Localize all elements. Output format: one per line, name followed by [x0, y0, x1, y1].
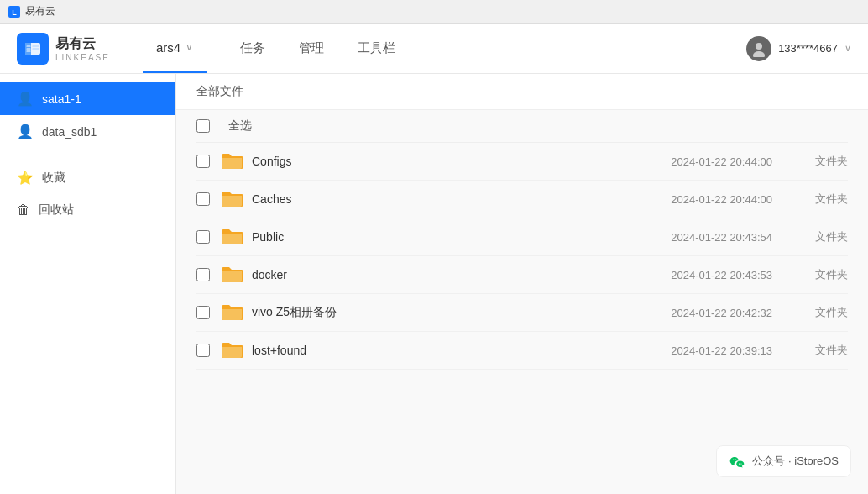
file-type: 文件夹 — [797, 154, 848, 169]
file-name: Configs — [252, 155, 638, 168]
sidebar-item-sata1[interactable]: 👤 sata1-1 — [0, 82, 175, 115]
file-name: Public — [252, 230, 638, 244]
file-list-header: 全选 — [196, 110, 848, 143]
nav-toolbar[interactable]: 工具栏 — [341, 24, 412, 73]
file-row[interactable]: docker 2024-01-22 20:43:53 文件夹 — [196, 256, 848, 294]
file-checkbox-1[interactable] — [196, 192, 210, 206]
content-area: 全部文件 全选 Configs 2024-01-22 20:44:00 文件夹 — [176, 74, 868, 494]
folder-icon — [220, 302, 243, 323]
file-row[interactable]: Caches 2024-01-22 20:44:00 文件夹 — [196, 181, 848, 218]
title-bar-label: 易有云 — [25, 4, 55, 18]
user-icon: 👤 — [17, 91, 34, 107]
logo-sub: LINKEASE — [55, 53, 110, 62]
user-icon-2: 👤 — [17, 124, 34, 139]
file-list: 全选 Configs 2024-01-22 20:44:00 文件夹 Cache… — [176, 110, 868, 370]
sidebar: 👤 sata1-1 👤 data_sdb1 ⭐ 收藏 🗑 回收站 — [0, 74, 176, 494]
nav-center: ars4 ∨ 任务 管理 工具栏 — [143, 24, 746, 73]
file-type: 文件夹 — [797, 192, 848, 207]
sidebar-item-trash[interactable]: 🗑 回收站 — [0, 194, 175, 226]
file-checkbox-2[interactable] — [196, 230, 210, 244]
file-date: 2024-01-22 20:39:13 — [638, 344, 772, 357]
user-name: 133****4667 — [778, 42, 838, 55]
sidebar-item-bookmarks[interactable]: ⭐ 收藏 — [0, 161, 175, 194]
file-date: 2024-01-22 20:43:53 — [638, 269, 772, 281]
sidebar-item-label: sata1-1 — [42, 92, 81, 106]
file-date: 2024-01-22 20:42:32 — [638, 307, 772, 319]
file-date: 2024-01-22 20:43:54 — [638, 231, 772, 244]
avatar — [746, 36, 771, 61]
main-layout: 👤 sata1-1 👤 data_sdb1 ⭐ 收藏 🗑 回收站 全部文件 全选 — [0, 74, 868, 494]
chevron-down-icon: ∨ — [186, 41, 193, 53]
file-row[interactable]: Configs 2024-01-22 20:44:00 文件夹 — [196, 143, 848, 181]
file-row[interactable]: lost+found 2024-01-22 20:39:13 文件夹 — [196, 332, 848, 370]
folder-icon — [220, 340, 243, 360]
file-checkbox-5[interactable] — [196, 344, 210, 357]
file-name: docker — [252, 268, 638, 281]
logo: 易有云 LINKEASE — [17, 33, 118, 65]
nav-manage[interactable]: 管理 — [282, 24, 341, 73]
svg-point-7 — [753, 51, 765, 57]
select-all-checkbox[interactable] — [196, 119, 210, 133]
svg-text:L: L — [12, 8, 17, 17]
svg-point-6 — [756, 43, 762, 50]
folder-icon — [220, 151, 243, 171]
title-bar: L 易有云 — [0, 0, 868, 24]
file-row[interactable]: Public 2024-01-22 20:43:54 文件夹 — [196, 218, 848, 256]
header: 易有云 LINKEASE ars4 ∨ 任务 管理 工具栏 133****466… — [0, 24, 868, 74]
file-checkbox-3[interactable] — [196, 268, 210, 281]
folder-icon — [220, 265, 243, 285]
nav-device[interactable]: ars4 ∨ — [143, 24, 207, 73]
sidebar-divider — [0, 148, 175, 161]
file-type: 文件夹 — [797, 229, 848, 244]
file-row[interactable]: vivo Z5相册备份 2024-01-22 20:42:32 文件夹 — [196, 294, 848, 332]
file-checkbox-0[interactable] — [196, 155, 210, 168]
file-name: vivo Z5相册备份 — [252, 305, 638, 320]
file-name: lost+found — [252, 344, 638, 357]
file-date: 2024-01-22 20:44:00 — [638, 193, 772, 206]
folder-icon — [220, 227, 243, 247]
file-date: 2024-01-22 20:44:00 — [638, 155, 772, 168]
app-icon: L — [8, 6, 20, 18]
folder-icon — [220, 189, 243, 209]
logo-text: 易有云 LINKEASE — [55, 35, 110, 62]
user-chevron-icon: ∨ — [844, 43, 851, 54]
file-checkbox-4[interactable] — [196, 306, 210, 319]
nav-device-label: ars4 — [156, 40, 180, 55]
file-type: 文件夹 — [797, 305, 848, 320]
sidebar-item-label-2: data_sdb1 — [42, 125, 97, 139]
logo-icon — [17, 33, 49, 65]
bookmarks-label: 收藏 — [42, 171, 65, 186]
trash-icon: 🗑 — [17, 202, 30, 218]
file-type: 文件夹 — [797, 343, 848, 358]
select-all-label: 全选 — [228, 118, 252, 134]
star-icon: ⭐ — [17, 170, 34, 186]
sidebar-item-data-sdb1[interactable]: 👤 data_sdb1 — [0, 115, 175, 148]
nav-task[interactable]: 任务 — [223, 24, 282, 73]
nav-right: 133****4667 ∨ — [746, 36, 851, 61]
file-name: Caches — [252, 192, 638, 206]
file-type: 文件夹 — [797, 267, 848, 282]
file-rows: Configs 2024-01-22 20:44:00 文件夹 Caches 2… — [196, 143, 848, 370]
breadcrumb: 全部文件 — [176, 74, 868, 110]
trash-label: 回收站 — [39, 202, 74, 218]
logo-main: 易有云 — [55, 35, 110, 53]
